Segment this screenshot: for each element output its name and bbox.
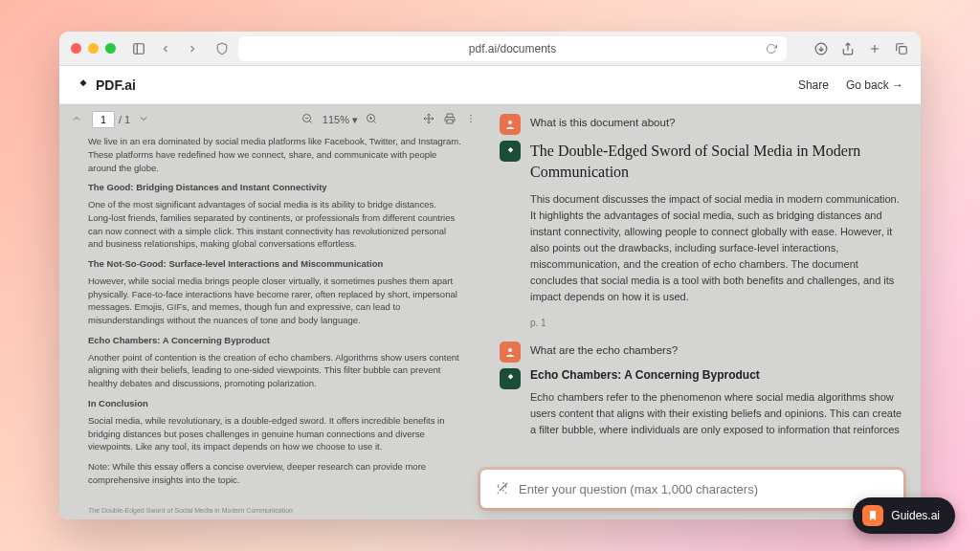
browser-chrome: pdf.ai/documents	[59, 32, 921, 66]
share-button[interactable]: Share	[798, 78, 829, 92]
chevron-down-icon[interactable]	[138, 113, 151, 126]
window-close-button[interactable]	[71, 43, 81, 54]
guides-badge[interactable]: Guides.ai	[853, 497, 955, 534]
pdf-footer: The Double-Edged Sword of Social Media i…	[88, 506, 461, 516]
answer-body-2: Echo chambers refer to the phenomenon wh…	[530, 389, 907, 438]
page-ref-1[interactable]: p. 1	[530, 318, 907, 328]
pdf-panel: / 1 115% ▾	[59, 104, 490, 519]
pdf-note: Note: While this essay offers a concise …	[88, 460, 461, 487]
pdf-toolbar: / 1 115% ▾	[59, 104, 490, 135]
page-navigation: / 1	[92, 111, 130, 128]
logo-icon	[77, 78, 90, 92]
browser-window: pdf.ai/documents PDF.ai	[59, 32, 921, 519]
tabs-icon[interactable]	[894, 41, 909, 56]
question-text-2: What are the echo chambers?	[530, 342, 907, 356]
chat-panel: What is this document about? The Double-…	[490, 104, 921, 519]
brand-text: PDF.ai	[96, 77, 136, 93]
bookmark-icon	[862, 505, 883, 526]
svg-point-19	[470, 118, 472, 120]
answer-title-1: The Double-Edged Sword of Social Media i…	[530, 141, 907, 182]
more-icon[interactable]	[465, 113, 479, 126]
svg-line-9	[309, 121, 311, 122]
pdf-para-4: Social media, while revolutionary, is a …	[88, 414, 461, 453]
new-tab-icon[interactable]	[867, 41, 882, 56]
pdf-heading-3: Echo Chambers: A Concerning Byproduct	[88, 334, 461, 347]
traffic-lights	[71, 43, 116, 54]
pdf-heading-2: The Not-So-Good: Surface-level Interacti…	[88, 257, 461, 271]
page-total: / 1	[119, 114, 130, 125]
chat-answer-2: Echo Chambers: A Concerning Byproduct Ec…	[500, 368, 907, 438]
window-minimize-button[interactable]	[88, 43, 99, 54]
chat-answer-1: The Double-Edged Sword of Social Media i…	[500, 141, 907, 328]
zoom-level[interactable]: 115% ▾	[323, 114, 358, 126]
ai-avatar-icon	[500, 141, 521, 162]
user-avatar-icon	[500, 342, 521, 363]
svg-line-12	[373, 121, 375, 122]
refresh-icon[interactable]	[766, 43, 777, 55]
pdf-para-1: One of the most significant advantages o…	[88, 198, 461, 251]
guides-label: Guides.ai	[891, 509, 940, 522]
question-input[interactable]	[519, 482, 890, 496]
chat-question-2: What are the echo chambers?	[500, 342, 907, 363]
pdf-para-3: Another point of contention is the creat…	[88, 351, 461, 390]
download-icon[interactable]	[813, 41, 829, 56]
svg-rect-7	[900, 46, 907, 54]
svg-point-21	[508, 121, 512, 124]
svg-point-18	[470, 115, 472, 117]
sidebar-toggle-icon[interactable]	[131, 41, 146, 56]
answer-title-2: Echo Chambers: A Concerning Byproduct	[530, 368, 907, 382]
chat-question-1: What is this document about?	[500, 114, 907, 135]
magic-wand-icon[interactable]	[494, 481, 509, 496]
zoom-in-icon[interactable]	[366, 113, 379, 126]
page-input[interactable]	[92, 111, 115, 128]
url-bar[interactable]: pdf.ai/documents	[238, 36, 787, 61]
question-text-1: What is this document about?	[530, 114, 907, 128]
svg-point-20	[470, 121, 472, 123]
app-logo[interactable]: PDF.ai	[77, 77, 136, 93]
nav-forward-button[interactable]	[181, 37, 204, 60]
move-icon[interactable]	[423, 113, 436, 126]
nav-back-button[interactable]	[154, 37, 177, 60]
pdf-heading-4: In Conclusion	[88, 397, 461, 410]
go-back-button[interactable]: Go back →	[846, 78, 903, 92]
svg-rect-17	[447, 120, 453, 123]
content-area: / 1 115% ▾	[59, 104, 921, 519]
question-input-container	[480, 470, 903, 508]
pdf-para-2: However, while social media brings peopl…	[88, 275, 461, 327]
pdf-heading-1: The Good: Bridging Distances and Instant…	[88, 181, 461, 194]
window-maximize-button[interactable]	[105, 43, 116, 54]
url-text: pdf.ai/documents	[469, 42, 556, 55]
app-header: PDF.ai Share Go back →	[59, 66, 921, 104]
print-icon[interactable]	[444, 113, 457, 126]
ai-avatar-icon	[500, 368, 521, 389]
svg-point-22	[508, 348, 512, 352]
privacy-shield-icon[interactable]	[215, 42, 229, 55]
pdf-intro: We live in an era dominated by social me…	[88, 135, 461, 174]
share-icon[interactable]	[840, 41, 856, 56]
user-avatar-icon	[500, 114, 521, 135]
svg-rect-0	[134, 43, 145, 54]
chevron-up-icon[interactable]	[71, 113, 84, 126]
pdf-document: We live in an era dominated by social me…	[59, 135, 490, 519]
zoom-out-icon[interactable]	[301, 113, 315, 126]
answer-body-1: This document discusses the impact of so…	[530, 191, 907, 305]
